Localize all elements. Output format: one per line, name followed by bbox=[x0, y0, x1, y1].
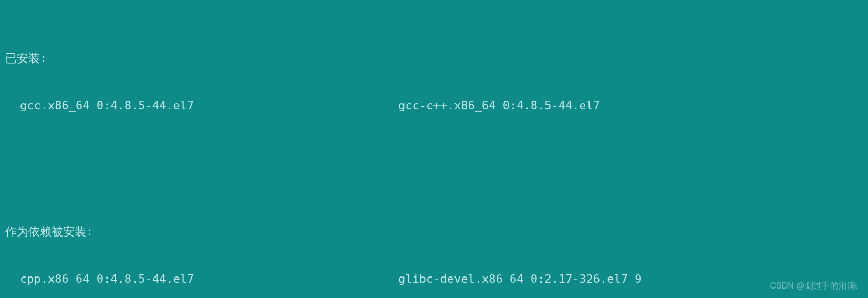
package-row: cpp.x86_64 0:4.8.5-44.el7 glibc-devel.x8… bbox=[5, 271, 868, 287]
section-header-dep-installed: 作为依赖被安装: bbox=[5, 224, 868, 240]
package-item: gcc.x86_64 0:4.8.5-44.el7 bbox=[20, 98, 398, 114]
blank-line bbox=[5, 161, 868, 177]
csdn-watermark: CSDN @划过手的泪滴t bbox=[770, 278, 857, 294]
package-item: glibc-devel.x86_64 0:2.17-326.el7_9 bbox=[398, 271, 642, 287]
section-header-installed: 已安装: bbox=[5, 50, 868, 66]
package-item: cpp.x86_64 0:4.8.5-44.el7 bbox=[20, 271, 398, 287]
package-row: gcc.x86_64 0:4.8.5-44.el7 gcc-c++.x86_64… bbox=[5, 98, 868, 114]
terminal-output: 已安装: gcc.x86_64 0:4.8.5-44.el7 gcc-c++.x… bbox=[0, 0, 868, 298]
package-item: gcc-c++.x86_64 0:4.8.5-44.el7 bbox=[398, 98, 600, 114]
